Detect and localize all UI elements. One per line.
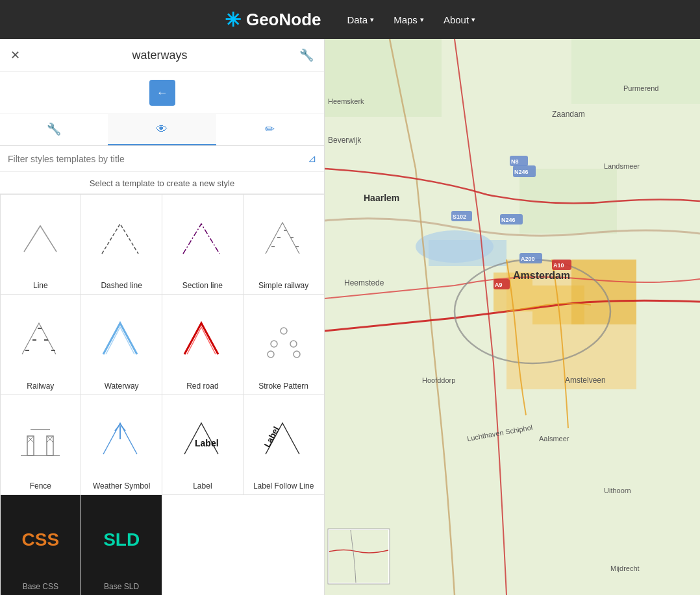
chevron-down-icon: ▾ <box>471 16 475 24</box>
template-stroke-pattern-label: Stroke Pattern <box>258 382 308 391</box>
template-fence[interactable]: Fence <box>0 395 81 496</box>
template-css-thumb: CSS <box>3 500 79 579</box>
wrench-icon[interactable]: 🔧 <box>299 48 314 62</box>
template-sld-label: Base SLD <box>104 582 139 591</box>
eye-icon: 👁 <box>156 123 168 136</box>
template-simple-railway-label: Simple railway <box>258 281 308 290</box>
template-red-road-label: Red road <box>186 382 218 391</box>
navbar: ✳ GeoNode Data ▾ Maps ▾ About ▾ <box>0 0 700 39</box>
svg-text:N246: N246 <box>501 217 516 223</box>
nav-data[interactable]: Data ▾ <box>347 14 375 25</box>
template-railway-thumb <box>3 300 79 379</box>
filter-row: ⊿ <box>0 146 324 172</box>
left-panel: ✕ waterways 🔧 ← 🔧 👁 ✏ ⊿ Select a temp <box>0 39 325 595</box>
template-section-thumb <box>165 200 240 279</box>
svg-text:Heemstede: Heemstede <box>344 278 384 287</box>
template-dashed-label: Dashed line <box>101 281 142 290</box>
svg-point-11 <box>271 341 277 347</box>
svg-text:N246: N246 <box>514 169 529 175</box>
svg-text:S102: S102 <box>453 213 466 220</box>
nav-links: Data ▾ Maps ▾ About ▾ <box>347 14 476 25</box>
template-dashed-thumb <box>84 200 159 279</box>
template-weather-symbol[interactable]: Weather Symbol <box>81 395 162 496</box>
svg-text:Landsmeer: Landsmeer <box>604 162 640 170</box>
svg-text:Heemskerk: Heemskerk <box>328 97 364 105</box>
svg-point-12 <box>290 341 297 347</box>
main-content: ✕ waterways 🔧 ← 🔧 👁 ✏ ⊿ Select a temp <box>0 39 700 595</box>
svg-rect-29 <box>325 39 442 117</box>
template-base-css[interactable]: CSS Base CSS <box>0 494 81 595</box>
svg-point-10 <box>281 328 287 334</box>
svg-text:A9: A9 <box>495 282 503 288</box>
brand-name: GeoNode <box>246 10 321 30</box>
map-panel[interactable]: Haarlem Amsterdam Heemstede Beverwijk He… <box>325 39 700 595</box>
template-css-label: Base CSS <box>23 582 58 591</box>
select-label: Select a template to create a new style <box>0 172 324 194</box>
template-simple-railway-thumb <box>246 200 321 279</box>
template-fence-thumb <box>3 400 79 480</box>
svg-text:A10: A10 <box>553 262 564 269</box>
template-line-thumb <box>3 200 79 279</box>
back-button[interactable]: ← <box>149 80 175 106</box>
sld-text: SLD <box>103 529 140 550</box>
tab-eye[interactable]: 👁 <box>108 114 216 145</box>
close-button[interactable]: ✕ <box>10 48 20 62</box>
template-simple-railway[interactable]: Simple railway <box>243 194 324 295</box>
template-railway[interactable]: Railway <box>0 294 81 395</box>
template-base-sld[interactable]: SLD Base SLD <box>81 494 162 595</box>
chevron-down-icon: ▾ <box>370 16 374 24</box>
template-line-label: Line <box>33 281 48 290</box>
template-label[interactable]: Label Label <box>162 395 244 496</box>
tab-eyedropper[interactable]: ✏ <box>216 114 324 145</box>
template-dashed-line[interactable]: Dashed line <box>81 194 162 295</box>
svg-rect-30 <box>571 39 700 104</box>
template-fence-label: Fence <box>30 481 51 491</box>
template-label-thumb: Label <box>165 400 240 480</box>
svg-rect-28 <box>429 240 506 266</box>
template-waterway-label: Waterway <box>105 382 139 391</box>
svg-rect-66 <box>329 530 388 583</box>
svg-text:Amstelveen: Amstelveen <box>565 376 606 385</box>
svg-text:Purmerend: Purmerend <box>623 84 658 92</box>
template-stroke-pattern[interactable]: Stroke Pattern <box>243 294 324 395</box>
svg-text:A200: A200 <box>521 256 535 262</box>
template-stroke-pattern-thumb <box>246 300 321 379</box>
template-sld-thumb: SLD <box>84 500 159 579</box>
svg-text:Zaandam: Zaandam <box>552 110 585 119</box>
brand-logo: ✳ GeoNode <box>225 8 321 31</box>
template-label-follow-line[interactable]: Label Label Follow Line <box>243 395 324 496</box>
tab-settings[interactable]: 🔧 <box>0 114 108 145</box>
tab-row: 🔧 👁 ✏ <box>0 114 324 146</box>
svg-text:Amsterdam: Amsterdam <box>513 270 570 281</box>
template-section-label: Section line <box>182 281 223 290</box>
wrench-tab-icon: 🔧 <box>47 122 61 136</box>
filter-icon: ⊿ <box>308 152 316 165</box>
template-weather-thumb <box>84 400 159 480</box>
brand-asterisk: ✳ <box>225 8 241 31</box>
svg-text:Uithoorn: Uithoorn <box>604 487 631 494</box>
template-red-road[interactable]: Red road <box>162 294 244 395</box>
templates-grid: Line Dashed line Section line <box>0 194 324 595</box>
svg-text:Beverwijk: Beverwijk <box>328 136 362 145</box>
panel-header: ✕ waterways 🔧 <box>0 39 324 72</box>
chevron-down-icon: ▾ <box>420 16 424 24</box>
template-section-line[interactable]: Section line <box>162 194 244 295</box>
svg-text:Hoofddorp: Hoofddorp <box>422 376 455 384</box>
template-railway-label: Railway <box>27 382 54 391</box>
template-label-follow-label: Label Follow Line <box>253 481 314 491</box>
template-label-follow-thumb: Label <box>246 400 321 480</box>
filter-input[interactable] <box>8 154 308 164</box>
svg-text:Mijdrecht: Mijdrecht <box>610 565 640 572</box>
eyedropper-icon: ✏ <box>265 122 275 136</box>
template-waterway-thumb <box>84 300 159 379</box>
template-weather-label: Weather Symbol <box>93 481 150 491</box>
svg-text:Haarlem: Haarlem <box>364 193 399 203</box>
template-line[interactable]: Line <box>0 194 81 295</box>
nav-maps[interactable]: Maps ▾ <box>394 14 424 25</box>
nav-about[interactable]: About ▾ <box>444 14 475 25</box>
template-label-label: Label <box>193 481 212 491</box>
css-text: CSS <box>22 529 60 550</box>
svg-text:Label: Label <box>195 438 219 448</box>
map-canvas: Haarlem Amsterdam Heemstede Beverwijk He… <box>325 39 700 595</box>
template-waterway[interactable]: Waterway <box>81 294 162 395</box>
